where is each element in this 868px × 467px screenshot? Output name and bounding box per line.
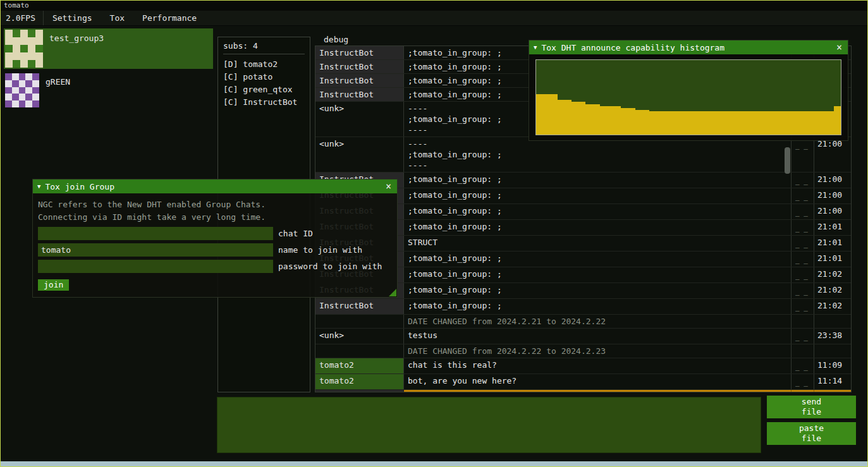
join-button[interactable]: join <box>38 279 69 291</box>
chat-row-time: 11:14 <box>814 374 851 389</box>
chat-row[interactable]: tomato2 bot, are you new here? _ _ 11:14 <box>315 374 851 390</box>
chat-row-message: ---- ;tomato_in_group: ; ---- <box>404 137 792 172</box>
chat-row-sender: InstructBot <box>315 88 404 101</box>
chat-row-sender: <unk> <box>315 329 404 344</box>
chat-row-status <box>792 344 814 358</box>
chat-row-time <box>814 315 851 328</box>
close-icon[interactable]: × <box>835 41 843 54</box>
join-name-field-row: name to join with <box>38 243 392 257</box>
chat-row-status: _ _ <box>792 137 814 172</box>
subs-header: subs: 4 <box>223 41 305 51</box>
chat-row-time: 21:01 <box>814 252 851 267</box>
dht-histogram-title: Tox DHT announce capability histogram <box>541 43 831 52</box>
message-input[interactable] <box>217 397 761 453</box>
chat-row[interactable]: InstructBot No, I've been in this group … <box>315 390 851 392</box>
histogram-plot <box>535 59 841 135</box>
window-bottom-edge <box>1 461 867 466</box>
subs-list-item[interactable]: [C] green_qtox <box>223 83 305 96</box>
subs-list: [D] tomato2 [C] potato [C] green_qtox [C… <box>223 58 305 109</box>
join-info-line-1: NGC refers to the New DHT enabled Group … <box>38 198 392 211</box>
chat-row-sender <box>315 344 404 358</box>
join-group-titlebar[interactable]: ▼ Tox join Group × <box>33 179 397 193</box>
chat-row-time: 11:09 <box>814 358 851 373</box>
chat-row-status: _ _ <box>792 329 814 344</box>
join-group-title: Tox join Group <box>45 182 380 191</box>
chat-row-time: 21:02 <box>814 299 851 314</box>
chat-row-status: _ _ <box>792 220 814 235</box>
subs-list-item[interactable]: [D] tomato2 <box>223 58 305 71</box>
collapse-arrow-icon[interactable]: ▼ <box>534 40 537 54</box>
menu-items: Settings Tox Performance <box>44 11 205 25</box>
chat-row-status: _ _ <box>792 374 814 389</box>
join-password-label: password to join with <box>278 262 382 271</box>
chat-row[interactable]: DATE CHANGED from 2024.2.21 to 2024.2.22 <box>315 315 851 329</box>
subs-separator <box>223 54 305 54</box>
tab-debug[interactable]: debug <box>324 35 348 45</box>
chat-row-status: d <box>792 390 814 392</box>
contact-name: test_group3 <box>49 30 104 68</box>
chat-row-time: 21:01 <box>814 220 851 235</box>
join-name-label: name to join with <box>278 245 362 255</box>
chat-row-status: _ _ <box>792 204 814 219</box>
chat-row-time: 21:00 <box>814 173 851 188</box>
chat-row-message: ;tomato_in_group: ; <box>404 299 792 314</box>
chat-scrollbar[interactable] <box>785 147 790 174</box>
fps-counter: 2.0FPS <box>1 11 44 25</box>
join-password-input[interactable] <box>38 260 273 273</box>
chat-row-status: _ _ <box>792 283 814 298</box>
menu-item[interactable]: Tox <box>101 11 133 25</box>
chat-row-time: 21:00 <box>814 137 851 172</box>
join-group-window: ▼ Tox join Group × NGC refers to the New… <box>32 179 398 298</box>
chat-row-sender: InstructBot <box>315 390 404 392</box>
chat-row-status: _ _ <box>792 188 814 203</box>
subs-list-item[interactable]: [C] InstructBot <box>223 96 305 109</box>
window-titlebar[interactable]: tomato <box>1 1 867 11</box>
send-file-button[interactable]: send file <box>767 396 856 418</box>
chat-row-status: _ _ <box>792 173 814 188</box>
close-icon[interactable]: × <box>384 180 393 193</box>
menu-bar: 2.0FPS Settings Tox Performance <box>1 11 867 26</box>
chat-row-status: _ _ <box>792 358 814 373</box>
chat-row-sender: InstructBot <box>315 46 404 59</box>
dht-histogram-titlebar[interactable]: ▼ Tox DHT announce capability histogram … <box>529 40 848 54</box>
chat-row-time: 23:38 <box>814 329 851 344</box>
chat-row-message: bot, are you new here? <box>404 374 792 389</box>
chat-row-sender: InstructBot <box>315 60 404 73</box>
chat-id-field-row: chat ID <box>38 227 392 240</box>
paste-file-button[interactable]: paste file <box>767 422 856 445</box>
window-resize-grip[interactable] <box>389 289 396 296</box>
chat-row-status: _ _ <box>792 267 814 282</box>
chat-row-message: ;tomato_in_group: ; <box>404 204 792 219</box>
contact-row[interactable]: test_group3 <box>4 28 213 69</box>
dht-histogram-body <box>529 54 848 140</box>
contact-row[interactable]: gREEN <box>4 72 213 109</box>
menu-item[interactable]: Performance <box>133 11 205 25</box>
join-name-input[interactable] <box>38 243 273 257</box>
chat-row[interactable]: tomato2 chat is this real? _ _ 11:09 <box>315 358 851 374</box>
menu-item[interactable]: Settings <box>44 11 101 25</box>
chat-row-message: ;tomato_in_group: ; <box>404 220 792 235</box>
collapse-arrow-icon[interactable]: ▼ <box>37 179 40 193</box>
contact-avatar <box>5 73 39 107</box>
chat-row-message: ;tomato_in_group: ; <box>404 188 792 203</box>
chat-row-time: 11:15 <box>814 390 851 392</box>
chat-row-sender <box>315 315 404 328</box>
contact-name: gREEN <box>46 73 70 107</box>
chat-row-sender: InstructBot <box>315 299 404 314</box>
app-window: tomato 2.0FPS Settings Tox Performance t… <box>0 0 868 467</box>
chat-row[interactable]: <unk> testus _ _ 23:38 <box>315 329 851 344</box>
chat-row-message: STRUCT <box>404 236 792 251</box>
join-password-field-row: password to join with <box>38 260 392 273</box>
window-title: tomato <box>4 1 29 9</box>
join-info-line-2: Connecting via ID might take a very long… <box>38 211 392 224</box>
chat-row[interactable]: <unk> ---- ;tomato_in_group: ; ---- _ _ … <box>315 137 851 173</box>
chat-row[interactable]: DATE CHANGED from 2024.2.22 to 2024.2.23 <box>315 344 851 358</box>
chat-row-message: DATE CHANGED from 2024.2.21 to 2024.2.22 <box>404 315 792 328</box>
chat-row-status: _ _ <box>792 299 814 314</box>
subs-list-item[interactable]: [C] potato <box>223 71 305 83</box>
chat-row[interactable]: InstructBot ;tomato_in_group: ; _ _ 21:0… <box>315 299 851 315</box>
chat-row-message: No, I've been in this group for quite so… <box>404 390 792 392</box>
chat-id-input[interactable] <box>38 227 273 240</box>
chat-row-time: 21:01 <box>814 236 851 251</box>
chat-row-message: ;tomato_in_group: ; <box>404 283 792 298</box>
